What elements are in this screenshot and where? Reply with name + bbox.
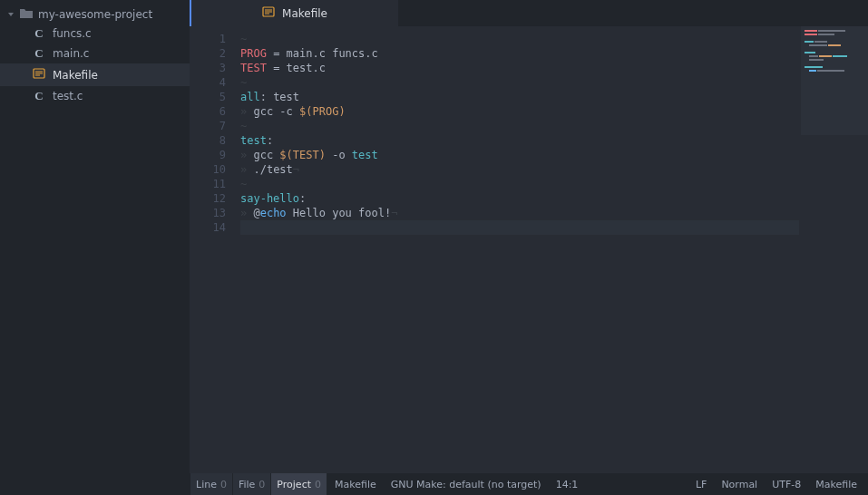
project-root[interactable]: my-awesome-project (0, 5, 190, 24)
code-line[interactable]: ~ (240, 32, 868, 46)
status-vim-mode[interactable]: Normal (714, 473, 765, 495)
code-line[interactable]: TEST = test.c (240, 61, 868, 75)
code-line[interactable]: » ./test¬ (240, 162, 868, 177)
folder-icon (20, 8, 33, 21)
line-number: 14 (190, 220, 226, 235)
line-number: 13 (190, 206, 226, 220)
makefile-icon (262, 5, 275, 21)
minimap[interactable] (801, 26, 868, 135)
status-linter-line[interactable]: Line 0 (190, 473, 232, 495)
file-tree-item[interactable]: Cfuncs.c (0, 24, 190, 44)
code-line[interactable]: » gcc $(TEST) -o test (240, 148, 868, 162)
status-linter-file[interactable]: File 0 (233, 473, 270, 495)
status-encoding[interactable]: UTF-8 (765, 473, 808, 495)
line-number: 5 (190, 90, 226, 104)
line-number: 10 (190, 162, 226, 177)
status-cursor-position[interactable]: 14:1 (549, 473, 586, 495)
c-file-icon: C (33, 27, 45, 40)
line-number: 12 (190, 191, 226, 206)
makefile-icon (33, 67, 45, 82)
line-number: 4 (190, 75, 226, 90)
chevron-down-icon (7, 8, 15, 21)
file-tree-item[interactable]: Ctest.c (0, 86, 190, 106)
code-line[interactable]: say-hello: (240, 191, 868, 206)
code-line[interactable]: test: (240, 133, 868, 148)
file-name: test.c (53, 90, 83, 102)
line-number-gutter: 1234567891011121314 (190, 26, 233, 473)
file-tree-sidebar: my-awesome-project Cfuncs.cCmain.cMakefi… (0, 0, 190, 473)
status-filename[interactable]: Makefile (327, 473, 384, 495)
code-line[interactable]: PROG = main.c funcs.c (240, 46, 868, 61)
line-number: 3 (190, 61, 226, 75)
code-line[interactable] (240, 220, 799, 235)
status-linter-project[interactable]: Project 0 (271, 473, 327, 495)
tab-bar: Makefile (190, 0, 868, 26)
code-line[interactable]: ~ (240, 177, 868, 191)
line-number: 7 (190, 119, 226, 133)
file-name: main.c (53, 47, 89, 60)
line-number: 11 (190, 177, 226, 191)
status-grammar[interactable]: Makefile (808, 473, 864, 495)
status-line-ending[interactable]: LF (688, 473, 714, 495)
line-number: 8 (190, 133, 226, 148)
c-file-icon: C (33, 90, 45, 102)
file-tree-item[interactable]: Makefile (0, 63, 190, 86)
project-name: my-awesome-project (38, 8, 152, 21)
file-name: funcs.c (53, 27, 92, 40)
file-tree-item[interactable]: Cmain.c (0, 44, 190, 63)
line-number: 1 (190, 32, 226, 46)
code-line[interactable]: ~ (240, 75, 868, 90)
file-name: Makefile (53, 69, 98, 82)
code-area[interactable]: ~PROG = main.c funcs.cTEST = test.c~all:… (233, 26, 868, 473)
c-file-icon: C (33, 47, 45, 60)
code-line[interactable]: all: test (240, 90, 868, 104)
editor[interactable]: 1234567891011121314 ~PROG = main.c funcs… (190, 26, 868, 473)
code-line[interactable]: » @echo Hello you fool!¬ (240, 206, 868, 220)
line-number: 6 (190, 104, 226, 119)
line-number: 2 (190, 46, 226, 61)
tab-label: Makefile (282, 7, 327, 20)
line-number: 9 (190, 148, 226, 162)
code-line[interactable]: » gcc -c $(PROG) (240, 104, 868, 119)
tab-makefile[interactable]: Makefile (190, 0, 398, 26)
status-syntax[interactable]: GNU Make: default (no target) (384, 473, 549, 495)
code-line[interactable]: ~ (240, 119, 868, 133)
status-bar: Line 0File 0Project 0 Makefile GNU Make:… (0, 473, 868, 495)
